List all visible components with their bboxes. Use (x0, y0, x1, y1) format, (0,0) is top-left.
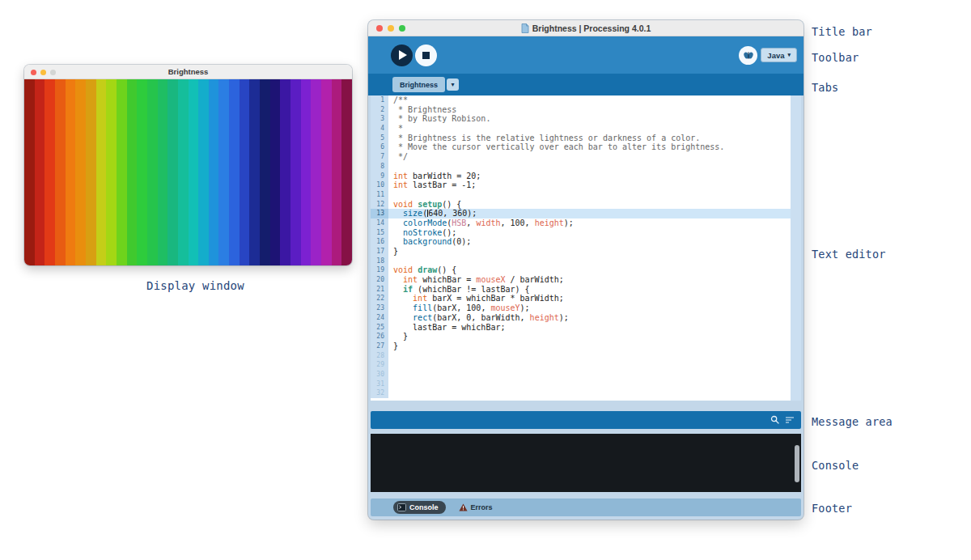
stop-icon (422, 52, 430, 59)
code-line[interactable]: 9int barWidth = 20; (371, 172, 791, 181)
code-text (388, 257, 393, 266)
console-tab-button[interactable]: Console (393, 501, 446, 514)
code-line[interactable]: 24 rect(barX, 0, barWidth, height); (371, 313, 791, 323)
code-text (388, 380, 393, 389)
console-icon (397, 503, 406, 511)
code-text: */ (388, 152, 408, 162)
display-window-titlebar[interactable]: Brightness (24, 65, 352, 79)
line-number: 32 (371, 388, 388, 398)
minimize-button[interactable] (40, 70, 46, 75)
line-number: 23 (371, 303, 388, 313)
stop-button[interactable] (415, 45, 437, 66)
play-icon (399, 50, 407, 60)
line-number: 14 (371, 218, 388, 228)
code-line[interactable]: 16 background(0); (371, 237, 791, 247)
code-line[interactable]: 7 */ (371, 152, 791, 162)
code-text: * (388, 124, 408, 134)
code-line[interactable]: 3 * by Rusty Robison. (371, 114, 791, 124)
line-number: 9 (371, 172, 388, 181)
processing-ide-window: Brightness | Processing 4.0.1 J (368, 20, 804, 520)
code-text: } (388, 342, 398, 351)
search-icon[interactable] (770, 415, 780, 425)
mode-label: Java (767, 51, 784, 60)
line-number: 6 (371, 142, 388, 152)
code-line[interactable]: 6 * Move the cursor vertically over each… (371, 142, 791, 152)
color-bar (229, 79, 240, 265)
console-scrollbar[interactable] (795, 445, 799, 482)
code-line[interactable]: 15 noStroke(); (371, 228, 791, 238)
sketch-canvas[interactable] (24, 79, 352, 265)
code-line[interactable]: 23 fill(barX, 100, mouseY); (371, 303, 791, 313)
code-line[interactable]: 8 (371, 162, 791, 172)
color-bar (147, 79, 158, 265)
code-line[interactable]: 17} (371, 247, 791, 257)
code-line[interactable]: 5 * Brightness is the relative lightness… (371, 134, 791, 143)
color-bar (240, 79, 250, 265)
debug-button[interactable] (739, 46, 757, 65)
code-text: size(640, 360); (388, 209, 477, 218)
code-line[interactable]: 1/** (371, 95, 791, 105)
line-number: 1 (371, 95, 388, 105)
close-button[interactable] (376, 25, 383, 32)
minimize-button[interactable] (388, 25, 394, 32)
zoom-button[interactable] (399, 25, 405, 32)
code-line[interactable]: 12void setup() { (371, 200, 791, 210)
code-text: /** (388, 95, 408, 105)
code-line[interactable]: 22 int barX = whichBar * barWidth; (371, 294, 791, 303)
code-line[interactable]: 2 * Brightness (371, 105, 791, 115)
warning-icon (459, 503, 468, 511)
line-number: 8 (371, 162, 388, 172)
tab-menu-button[interactable]: ▾ (447, 78, 459, 91)
line-number: 16 (371, 237, 388, 247)
editor-scrollbar[interactable] (791, 95, 801, 401)
line-number: 25 (371, 323, 388, 333)
line-number: 18 (371, 257, 388, 266)
line-number: 30 (371, 370, 388, 380)
console-menu-icon[interactable] (785, 415, 795, 425)
line-number: 17 (371, 247, 388, 257)
code-line[interactable]: 30 (371, 370, 791, 380)
ide-titlebar[interactable]: Brightness | Processing 4.0.1 (368, 20, 804, 36)
color-bar (24, 79, 35, 265)
run-button[interactable] (391, 45, 413, 66)
code-line[interactable]: 25 lastBar = whichBar; (371, 323, 791, 333)
code-line[interactable]: 27} (371, 342, 791, 351)
code-line[interactable]: 18 (371, 257, 791, 266)
text-editor[interactable]: 1/**2 * Brightness 3 * by Rusty Robison.… (371, 95, 801, 401)
code-line[interactable]: 4 * (371, 124, 791, 134)
code-line[interactable]: 31 (371, 380, 791, 389)
code-text: } (388, 332, 408, 342)
code-line[interactable]: 32 (371, 388, 791, 398)
color-bar (321, 79, 332, 265)
errors-tab-button[interactable]: Errors (459, 503, 493, 511)
code-line[interactable]: 10int lastBar = -1; (371, 180, 791, 190)
code-line[interactable]: 11 (371, 190, 791, 200)
line-number: 3 (371, 114, 388, 124)
label-tabs: Tabs (812, 81, 838, 94)
line-number: 21 (371, 285, 388, 295)
code-line[interactable]: 14 colorMode(HSB, width, 100, height); (371, 218, 791, 228)
zoom-button[interactable] (50, 70, 56, 75)
code-line[interactable]: 20 int whichBar = mouseX / barWidth; (371, 275, 791, 285)
color-bar (158, 79, 168, 265)
code-line[interactable]: 21 if (whichBar != lastBar) { (371, 285, 791, 295)
line-number: 11 (371, 190, 388, 200)
mode-selector[interactable]: Java ▾ (761, 48, 797, 62)
code-line[interactable]: 28 (371, 351, 791, 361)
code-line[interactable]: 26 } (371, 332, 791, 342)
tab-brightness[interactable]: Brightness (392, 77, 445, 92)
code-text: } (388, 247, 398, 257)
line-number: 29 (371, 360, 388, 370)
console-output[interactable] (371, 434, 801, 492)
color-bar (189, 79, 199, 265)
code-text (388, 351, 393, 361)
code-line[interactable]: 19void draw() { (371, 265, 791, 275)
close-button[interactable] (31, 70, 36, 75)
color-bar (280, 79, 290, 265)
stage: Brightness Display window Brightness | P… (0, 0, 971, 560)
console-tab-label: Console (409, 503, 439, 511)
code-line[interactable]: 29 (371, 360, 791, 370)
line-number: 20 (371, 275, 388, 285)
code-line[interactable]: 13 size(640, 360); (371, 209, 791, 218)
label-footer: Footer (812, 502, 852, 515)
